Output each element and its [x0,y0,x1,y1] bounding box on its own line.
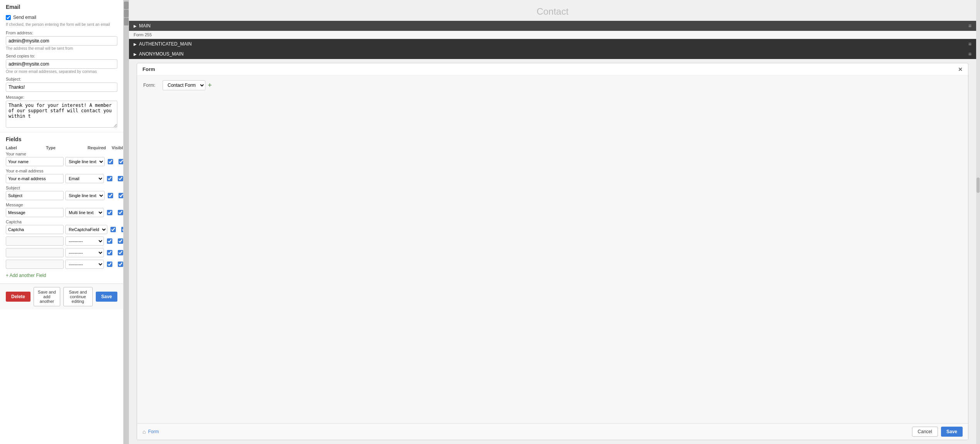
field-checks-captcha [110,227,124,232]
field-input-message[interactable] [6,208,64,217]
field-required-message[interactable] [107,210,112,215]
form-add-button[interactable]: + [208,82,212,89]
side-tab-1[interactable] [124,2,129,9]
save-and-add-button[interactable]: Save and add another [34,287,60,306]
section-bar-auth[interactable]: ▶ AUTHENTICATED_MAIN ≡ [129,39,976,49]
field-visible-empty-2[interactable] [118,250,123,255]
field-row-empty-3: ---------- [6,260,117,269]
field-label-subject: Subject [6,186,117,190]
dialog-title: Form [142,66,155,72]
footer-right: Cancel Save [912,427,963,437]
field-row-email: Your e-mail address Email [6,169,117,183]
field-required-email[interactable] [107,176,112,181]
fields-title: Fields [6,136,117,142]
field-visible-empty-3[interactable] [118,262,123,267]
field-required-empty-2[interactable] [107,250,112,255]
main-area: Contact ▶ MAIN ≡ Form 255 ▶ AUTHENTICATE… [129,0,976,444]
field-inputs-empty-3: ---------- [6,260,117,269]
dialog-footer: ⌂ Form Cancel Save [137,423,968,440]
dialog-body: Form: Contact Form + [137,76,968,423]
header-visible: Visible [109,145,124,150]
subject-label: Subject: [6,77,117,81]
field-row-empty-1: ---------- [6,236,117,246]
field-inputs-captcha: ReCaptchaField [6,225,117,234]
form-select[interactable]: Contact Form [163,80,205,90]
header-required: Required [86,145,107,150]
field-row-subject: Subject Single line text [6,186,117,200]
field-visible-message[interactable] [118,210,123,215]
field-input-empty-3[interactable] [6,260,64,269]
field-label-your-name: Your name [6,152,117,156]
dialog-cancel-button[interactable]: Cancel [912,427,938,437]
field-type-empty-1[interactable]: ---------- [65,236,104,246]
section-label-main: MAIN [139,23,151,29]
from-address-label: From address: [6,30,117,35]
dialog-header: Form ✕ [137,63,968,76]
field-type-message[interactable]: Multi line text [65,208,104,217]
field-type-empty-3[interactable]: ---------- [65,260,104,269]
send-copies-hint: One or more email addresses, separated b… [6,69,117,74]
field-inputs-empty-1: ---------- [6,236,117,246]
section-menu-main[interactable]: ≡ [968,23,972,29]
section-arrow-auth: ▶ [134,42,137,46]
form-select-container: Contact Form + [163,80,212,90]
field-input-empty-1[interactable] [6,236,64,246]
field-type-empty-2[interactable]: ---------- [65,248,104,257]
side-tab-3[interactable] [124,18,129,25]
field-type-email[interactable]: Email [65,174,104,183]
field-required-empty-3[interactable] [107,262,112,267]
add-field-button[interactable]: + Add another Field [6,271,117,280]
delete-button[interactable]: Delete [6,292,31,302]
field-visible-email[interactable] [118,176,123,181]
home-icon[interactable]: ⌂ [142,429,146,435]
from-address-input[interactable] [6,36,117,46]
section-arrow-anon: ▶ [134,52,137,56]
section-sub-main: Form 255 [129,31,976,39]
subject-group: Subject: [0,75,123,93]
field-type-your-name[interactable]: Single line text [65,157,105,166]
field-row-captcha: Captcha ReCaptchaField [6,219,117,234]
field-type-captcha[interactable]: ReCaptchaField [65,225,107,234]
message-group: Message: Thank you for your interest! A … [0,93,123,130]
fields-section: Fields Label Type Required Visible Your … [0,132,123,284]
field-visible-your-name[interactable] [119,159,124,164]
send-copies-input[interactable] [6,59,117,69]
field-input-captcha[interactable] [6,225,64,234]
field-checks-email [107,176,123,181]
section-bar-auth-left: ▶ AUTHENTICATED_MAIN [134,41,192,47]
field-label-captcha: Captcha [6,219,117,224]
field-input-email[interactable] [6,174,64,183]
field-required-your-name[interactable] [108,159,113,164]
subject-input[interactable] [6,83,117,92]
send-email-checkbox[interactable] [6,15,11,20]
section-bar-main[interactable]: ▶ MAIN ≡ [129,21,976,31]
field-input-your-name[interactable] [6,157,64,166]
save-button[interactable]: Save [96,292,117,302]
field-required-subject[interactable] [108,193,113,198]
field-type-subject[interactable]: Single line text [65,191,105,200]
field-visible-subject[interactable] [119,193,124,198]
dialog-close-button[interactable]: ✕ [958,67,963,72]
field-visible-empty-1[interactable] [118,238,123,244]
field-checks-subject [108,193,124,198]
from-address-group: From address: The address the email will… [0,29,123,52]
field-required-captcha[interactable] [110,227,116,232]
section-bar-anon[interactable]: ▶ ANONYMOUS_MAIN ≡ [129,49,976,59]
field-row-your-name: Your name Single line text [6,152,117,166]
section-label-auth: AUTHENTICATED_MAIN [139,41,192,47]
message-textarea[interactable]: Thank you for your interest! A member of… [6,101,117,128]
section-menu-auth[interactable]: ≡ [968,41,972,47]
save-and-continue-button[interactable]: Save and continue editing [63,287,93,306]
field-input-subject[interactable] [6,191,64,200]
breadcrumb-link[interactable]: Form [148,429,159,434]
dialog-save-button[interactable]: Save [941,427,963,437]
form-dialog: Form ✕ Form: Contact Form + ⌂ Form Cance… [137,63,968,440]
field-row-empty-2: ---------- [6,248,117,257]
from-address-hint: The address the email will be sent from [6,46,117,51]
field-required-empty-1[interactable] [107,238,112,244]
section-menu-anon[interactable]: ≡ [968,51,972,57]
scroll-thumb[interactable] [977,177,980,193]
field-inputs-email: Email [6,174,117,183]
side-tab-2[interactable] [124,10,129,17]
field-input-empty-2[interactable] [6,248,64,257]
